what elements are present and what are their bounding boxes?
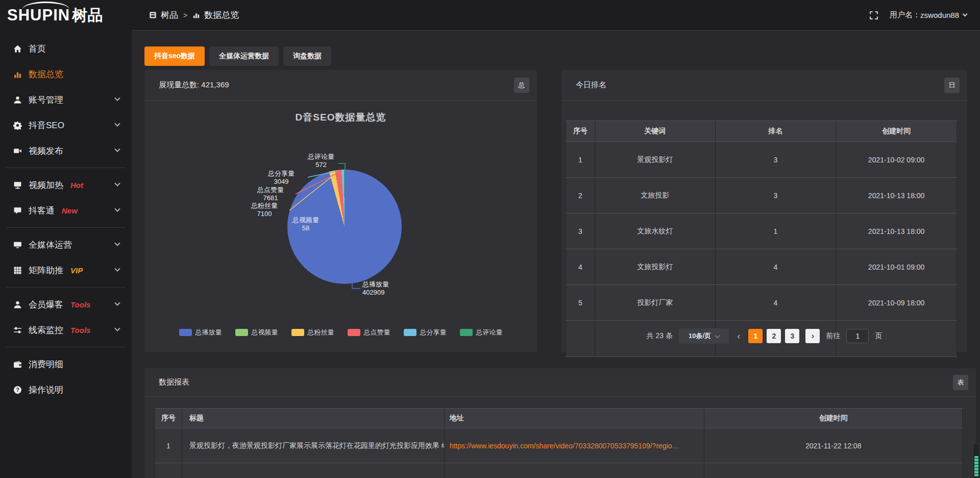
page-button-2[interactable]: 2 (767, 329, 781, 343)
sidebar-item-label: 全媒体运营 (29, 239, 72, 251)
sidebar-item-3[interactable]: 抖音SEO (0, 112, 132, 138)
sidebar-item-badge: Tools (70, 326, 90, 334)
legend-chip (291, 329, 304, 336)
legend-item-1[interactable]: 总视频量 (235, 328, 278, 337)
logo[interactable]: SHUPIN 树品 (0, 0, 132, 31)
scrollbar-thumb[interactable] (974, 456, 978, 476)
column-header: 关键词 (595, 121, 716, 141)
table-row-partial (155, 463, 963, 478)
table-view-button[interactable]: 表 (953, 375, 968, 390)
pagination: 共 23 条 10条/页 ‹ 123 › 前往 页 (561, 328, 967, 344)
bar-chart-icon (13, 70, 22, 79)
sidebar-item-11[interactable]: 消费明细 (0, 351, 132, 377)
table-cell: 2021-10-13 18:00 (836, 213, 957, 249)
table-row: 5投影灯厂家42021-10-09 18:00 (566, 285, 957, 321)
home-icon (13, 44, 22, 53)
sidebar-item-5[interactable]: 视频加热Hot (0, 172, 132, 198)
sidebar-item-badge: Tools (70, 300, 90, 309)
chevron-down-icon (114, 181, 120, 186)
sidebar-divider (6, 168, 126, 168)
chevron-down-icon (963, 12, 968, 17)
user-icon (13, 95, 22, 104)
legend-label: 总播放量 (195, 328, 222, 337)
page-button-3[interactable]: 3 (785, 329, 799, 343)
table-cell: 文旅投影灯 (595, 249, 716, 284)
sidebar-item-label: 矩阵助推 (29, 265, 63, 276)
table-cell (155, 463, 182, 478)
overview-panel-header: 展现量总数: 421,369 总 (144, 70, 537, 101)
sidebar-item-8[interactable]: 矩阵助推VIP (0, 257, 132, 283)
pie-label-video: 总视频量58 (280, 216, 331, 232)
table-cell: 3 (716, 178, 837, 213)
breadcrumb-root[interactable]: 树品 (161, 9, 178, 21)
sidebar-item-4[interactable]: 视频发布 (0, 138, 132, 163)
tab-0[interactable]: 抖音seo数据 (144, 46, 205, 66)
username-label: 用户名： (890, 10, 920, 20)
table-cell: 景观投影灯 (595, 142, 716, 177)
topbar-right: 用户名： zswodun88 (869, 10, 967, 20)
sidebar-item-label: 视频加热 (29, 179, 63, 191)
table-cell: 4 (716, 285, 837, 320)
next-page-button[interactable]: › (805, 329, 820, 343)
main-content: 抖音seo数据全媒体运营数据询盘数据 展现量总数: 421,369 总 D音SE… (132, 31, 980, 478)
legend-item-3[interactable]: 总点赞量 (348, 328, 390, 337)
scrollbar-track[interactable] (973, 443, 980, 478)
tab-1[interactable]: 全媒体运营数据 (209, 46, 279, 66)
impressions-total: 展现量总数: 421,369 (159, 80, 229, 90)
table-cell: 2021-10-09 18:00 (836, 285, 957, 320)
sidebar-item-label: 操作说明 (29, 384, 63, 396)
user-menu[interactable]: 用户名： zswodun88 (890, 10, 967, 20)
column-header: 创建时间 (704, 409, 963, 428)
app-root: SHUPIN 树品 树品 > 数据总览 用户名： zswodun88 首页数据总… (0, 0, 980, 478)
page-button-1[interactable]: 1 (748, 329, 763, 343)
legend-label: 总分享量 (420, 328, 447, 337)
sidebar-item-0[interactable]: 首页 (0, 36, 132, 61)
table-cell: 投影灯厂家 (595, 285, 716, 320)
page-size-select[interactable]: 10条/页 (679, 328, 729, 344)
table-cell: 文旅水纹灯 (595, 213, 716, 249)
pagination-total: 共 23 条 (647, 331, 673, 341)
chevron-down-icon (114, 95, 120, 101)
table-row: 2文旅投影32021-10-13 18:00 (566, 178, 957, 213)
chevron-down-icon (114, 206, 120, 212)
fullscreen-icon[interactable] (869, 11, 878, 20)
table-cell: 4 (566, 249, 595, 284)
tab-2[interactable]: 询盘数据 (283, 46, 331, 66)
table-cell: 1 (566, 142, 595, 177)
legend-label: 总视频量 (252, 328, 278, 337)
video-link[interactable]: https://www.iesdouyin.com/share/video/70… (450, 442, 679, 450)
goto-page-input[interactable] (846, 329, 869, 343)
legend-item-5[interactable]: 总评论量 (460, 328, 503, 337)
daily-view-button[interactable]: 日 (944, 78, 960, 93)
chat-icon (13, 206, 22, 215)
column-header: 序号 (566, 121, 595, 141)
sidebar-item-1[interactable]: 数据总览 (0, 61, 132, 87)
legend-item-0[interactable]: 总播放量 (179, 328, 222, 337)
legend-item-2[interactable]: 总粉丝量 (291, 328, 334, 337)
pie-label-comment: 总评论量572 (296, 153, 347, 169)
total-view-button[interactable]: 总 (514, 78, 529, 93)
sidebar-item-7[interactable]: 全媒体运营 (0, 232, 132, 257)
sidebar-item-2[interactable]: 账号管理 (0, 87, 132, 112)
report-panel-header: 数据报表 表 (144, 368, 976, 397)
sidebar-item-10[interactable]: 线索监控Tools (0, 317, 132, 343)
sidebar-item-6[interactable]: 抖客通New (0, 198, 132, 223)
prev-page-button[interactable]: ‹ (735, 330, 742, 342)
legend-item-4[interactable]: 总分享量 (404, 328, 447, 337)
table-header-row: 序号关键词排名创建时间 (566, 121, 957, 142)
chart-title: D音SEO数据量总览 (144, 111, 537, 124)
screen-icon (13, 181, 22, 189)
topbar: 树品 > 数据总览 用户名： zswodun88 (132, 0, 980, 31)
sidebar-item-9[interactable]: 会员爆客Tools (0, 292, 132, 317)
column-header: 创建时间 (836, 121, 957, 141)
svg-text:?: ? (16, 387, 19, 393)
logo-text-cn: 树品 (72, 5, 103, 26)
chevron-down-icon (114, 121, 120, 127)
legend-chip (235, 329, 248, 336)
table-header-row: 序号标题地址创建时间 (155, 408, 963, 428)
sidebar-item-12[interactable]: ?操作说明 (0, 377, 132, 402)
created-time-cell: 2021-11-22 12:08 (704, 428, 963, 463)
question-icon: ? (13, 386, 22, 394)
sliders-icon (13, 326, 22, 334)
goto-suffix: 页 (875, 331, 882, 341)
